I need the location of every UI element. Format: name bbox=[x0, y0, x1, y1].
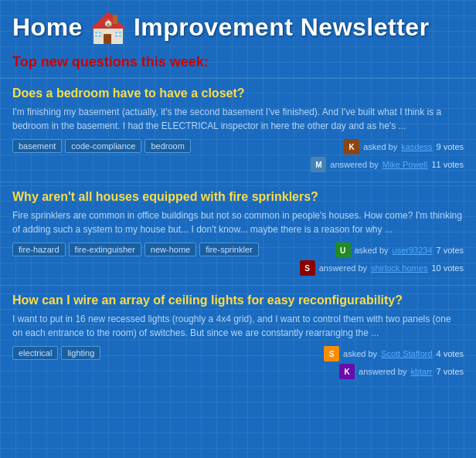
svg-rect-3 bbox=[104, 34, 111, 44]
svg-text:🏠: 🏠 bbox=[104, 18, 114, 28]
answered-by-link-2[interactable]: shirlock homes bbox=[371, 263, 427, 273]
avatar-asked-2: U bbox=[335, 243, 351, 258]
question-title-1[interactable]: Does a bedroom have to have a closet? bbox=[12, 87, 464, 100]
avatar-asked-1: K bbox=[344, 139, 359, 154]
asked-by-link-1[interactable]: kasdess bbox=[401, 142, 432, 151]
tags-1: basement code-compliance bedroom bbox=[12, 139, 311, 153]
header-title-end: Improvement Newsletter bbox=[134, 13, 430, 42]
answered-by-label-2: answered by bbox=[319, 263, 367, 273]
tag-lighting[interactable]: lighting bbox=[61, 346, 100, 360]
meta-3: S asked by Scott Stafford 4 votes K answ… bbox=[324, 346, 464, 379]
asked-by-label-3: asked by bbox=[343, 349, 377, 358]
tags-3: electrical lighting bbox=[12, 346, 324, 360]
asked-by-label-1: asked by bbox=[363, 142, 397, 151]
avatar-answered-2: S bbox=[300, 260, 315, 276]
header: Home 🏠 Improvement Newsletter bbox=[0, 0, 476, 51]
avatar-answered-1: M bbox=[311, 157, 326, 172]
meta-1: K asked by kasdess 9 votes M answered by… bbox=[311, 139, 464, 172]
tag-new-home[interactable]: new-home bbox=[144, 243, 196, 256]
question-body-1: I'm finishing my basement (actually, it'… bbox=[12, 105, 464, 133]
tags-2: fire-hazard fire-extinguisher new-home f… bbox=[12, 243, 300, 256]
section-title: Top new questions this week: bbox=[0, 51, 476, 78]
asked-votes-1: 9 votes bbox=[437, 142, 464, 151]
question-block-1: Does a bedroom have to have a closet? I'… bbox=[0, 78, 476, 182]
tag-fire-hazard[interactable]: fire-hazard bbox=[12, 243, 66, 256]
asked-votes-3: 4 votes bbox=[437, 349, 464, 358]
tag-fire-sprinkler[interactable]: fire-sprinkler bbox=[199, 243, 259, 256]
tag-electrical[interactable]: electrical bbox=[12, 346, 58, 360]
asked-by-link-2[interactable]: user93234 bbox=[393, 246, 433, 255]
svg-rect-2 bbox=[113, 15, 117, 24]
tag-fire-extinguisher[interactable]: fire-extinguisher bbox=[69, 243, 141, 256]
avatar-answered-3: K bbox=[339, 364, 355, 379]
header-title-start: Home bbox=[12, 13, 83, 42]
avatar-asked-3: S bbox=[324, 346, 339, 361]
answered-votes-3: 7 votes bbox=[437, 367, 464, 376]
tag-bedroom[interactable]: bedroom bbox=[144, 139, 190, 153]
answered-by-label-3: answered by bbox=[359, 367, 406, 376]
answered-by-link-3[interactable]: kbtarr bbox=[410, 367, 432, 376]
question-body-3: I want to put in 16 new recessed lights … bbox=[12, 312, 464, 340]
house-icon: 🏠 bbox=[87, 8, 129, 46]
answered-by-link-1[interactable]: Mike Powell bbox=[382, 160, 428, 169]
asked-by-label-2: asked by bbox=[355, 246, 389, 255]
question-block-3: How can I wire an array of ceiling light… bbox=[0, 285, 476, 388]
answered-by-label-1: answered by bbox=[330, 160, 378, 169]
question-block-2: Why aren't all houses equipped with fire… bbox=[0, 182, 476, 285]
asked-votes-2: 7 votes bbox=[437, 246, 464, 255]
question-title-2[interactable]: Why aren't all houses equipped with fire… bbox=[12, 190, 464, 204]
asked-by-link-3[interactable]: Scott Stafford bbox=[381, 349, 432, 358]
tag-basement[interactable]: basement bbox=[12, 139, 62, 153]
meta-2: U asked by user93234 7 votes S answered … bbox=[300, 243, 464, 276]
question-title-3[interactable]: How can I wire an array of ceiling light… bbox=[12, 293, 464, 307]
question-body-2: Fire sprinklers are common in office bui… bbox=[12, 209, 464, 236]
tag-code-compliance[interactable]: code-compliance bbox=[65, 139, 141, 153]
answered-votes-2: 10 votes bbox=[431, 263, 464, 273]
answered-votes-1: 11 votes bbox=[431, 160, 464, 169]
